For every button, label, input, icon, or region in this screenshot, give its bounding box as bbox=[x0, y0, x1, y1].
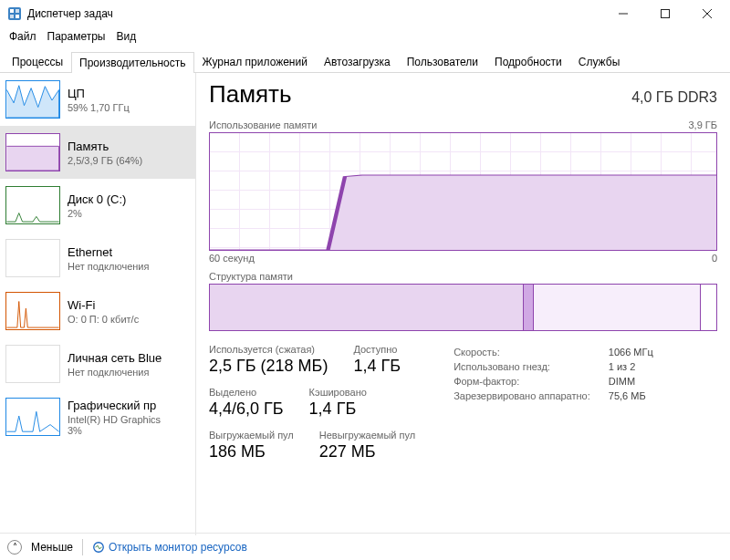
sidebar-item-0[interactable]: ЦП 59% 1,70 ГГц bbox=[0, 73, 195, 126]
inuse-label: Используется (сжатая) bbox=[209, 344, 328, 355]
paged-value: 186 МБ bbox=[209, 442, 294, 461]
menu-options[interactable]: Параметры bbox=[42, 28, 111, 45]
sidebar-item-title: Wi-Fi bbox=[68, 298, 139, 312]
composition-label: Структура памяти bbox=[209, 271, 717, 282]
resmon-icon bbox=[92, 541, 105, 554]
tab-processes[interactable]: Процессы bbox=[4, 51, 71, 72]
sidebar-item-2[interactable]: Диск 0 (C:) 2% bbox=[0, 179, 195, 232]
usage-max: 3,9 ГБ bbox=[688, 119, 717, 130]
tab-users[interactable]: Пользователи bbox=[399, 51, 486, 72]
tab-services[interactable]: Службы bbox=[570, 51, 628, 72]
sidebar-thumb bbox=[5, 292, 60, 330]
sidebar-thumb bbox=[5, 133, 60, 171]
chevron-up-icon[interactable]: ˄ bbox=[7, 540, 22, 555]
titlebar: Диспетчер задач bbox=[0, 0, 730, 27]
sidebar-item-sub: 2,5/3,9 ГБ (64%) bbox=[68, 155, 142, 166]
xaxis-left: 60 секунд bbox=[209, 253, 255, 264]
main-panel: Память 4,0 ГБ DDR3 Использование памяти … bbox=[196, 73, 730, 535]
nonpaged-label: Невыгружаемый пул bbox=[319, 430, 415, 441]
maximize-button[interactable] bbox=[644, 0, 686, 27]
sidebar-item-sub: О: 0 П: 0 кбит/с bbox=[68, 314, 139, 325]
memory-details: Скорость:1066 МГц Использовано гнезд:1 и… bbox=[452, 344, 655, 461]
sidebar: ЦП 59% 1,70 ГГц Память 2,5/3,9 ГБ (64%) … bbox=[0, 73, 196, 535]
open-resmon-link[interactable]: Открыть монитор ресурсов bbox=[92, 541, 247, 554]
sidebar-item-title: ЦП bbox=[68, 87, 130, 100]
svg-rect-6 bbox=[662, 10, 670, 18]
sidebar-item-title: Графический пр bbox=[68, 399, 161, 412]
sidebar-item-sub: Intel(R) HD Graphics3% bbox=[68, 414, 161, 436]
sidebar-item-title: Память bbox=[68, 140, 142, 153]
tab-performance[interactable]: Производительность bbox=[71, 52, 193, 73]
minimize-button[interactable] bbox=[602, 0, 644, 27]
xaxis-right: 0 bbox=[712, 253, 717, 264]
usage-label: Использование памяти bbox=[209, 119, 317, 130]
memory-composition-bar bbox=[209, 284, 717, 331]
sidebar-item-title: Личная сеть Blue bbox=[68, 351, 162, 365]
tab-apphistory[interactable]: Журнал приложений bbox=[194, 51, 316, 72]
sidebar-item-sub: Нет подключения bbox=[68, 261, 149, 272]
menu-file[interactable]: Файл bbox=[4, 28, 42, 45]
app-icon bbox=[7, 6, 22, 21]
nonpaged-value: 227 МБ bbox=[319, 442, 415, 461]
tab-details[interactable]: Подробности bbox=[486, 51, 570, 72]
memory-spec: 4,0 ГБ DDR3 bbox=[631, 89, 717, 106]
sidebar-item-sub: 2% bbox=[68, 208, 126, 219]
sidebar-item-6[interactable]: Графический пр Intel(R) HD Graphics3% bbox=[0, 390, 195, 443]
sidebar-item-4[interactable]: Wi-Fi О: 0 П: 0 кбит/с bbox=[0, 285, 195, 337]
svg-rect-1 bbox=[10, 9, 14, 13]
inuse-value: 2,5 ГБ (218 МБ) bbox=[209, 357, 328, 376]
menu-view[interactable]: Вид bbox=[110, 28, 141, 45]
sidebar-item-title: Диск 0 (C:) bbox=[68, 192, 126, 206]
commit-label: Выделено bbox=[209, 387, 284, 398]
commit-value: 4,4/6,0 ГБ bbox=[209, 399, 284, 419]
page-title: Память bbox=[209, 80, 292, 109]
svg-rect-2 bbox=[16, 9, 19, 13]
menubar: Файл Параметры Вид bbox=[0, 27, 730, 46]
sidebar-item-1[interactable]: Память 2,5/3,9 ГБ (64%) bbox=[0, 126, 195, 179]
sidebar-thumb bbox=[5, 345, 60, 383]
sidebar-thumb bbox=[5, 239, 60, 277]
cached-value: 1,4 ГБ bbox=[309, 399, 367, 419]
cached-label: Кэшировано bbox=[309, 387, 367, 398]
avail-label: Доступно bbox=[353, 344, 401, 355]
close-button[interactable] bbox=[686, 0, 728, 27]
sidebar-item-sub: Нет подключения bbox=[68, 367, 162, 378]
svg-rect-3 bbox=[10, 15, 14, 18]
sidebar-thumb bbox=[5, 186, 60, 224]
svg-rect-4 bbox=[16, 15, 19, 18]
window-title: Диспетчер задач bbox=[27, 7, 602, 20]
paged-label: Выгружаемый пул bbox=[209, 430, 294, 441]
sidebar-item-3[interactable]: Ethernet Нет подключения bbox=[0, 232, 195, 285]
separator bbox=[82, 539, 83, 555]
fewer-details-button[interactable]: Меньше bbox=[31, 541, 73, 554]
sidebar-item-title: Ethernet bbox=[68, 245, 149, 259]
tabs: Процессы Производительность Журнал прило… bbox=[0, 46, 730, 73]
sidebar-thumb bbox=[5, 80, 60, 119]
tab-startup[interactable]: Автозагрузка bbox=[316, 51, 399, 72]
avail-value: 1,4 ГБ bbox=[353, 357, 401, 376]
footer: ˄ Меньше Открыть монитор ресурсов bbox=[0, 533, 730, 560]
sidebar-thumb bbox=[5, 398, 60, 436]
sidebar-item-5[interactable]: Личная сеть Blue Нет подключения bbox=[0, 337, 195, 390]
sidebar-item-sub: 59% 1,70 ГГц bbox=[68, 102, 130, 113]
memory-usage-chart bbox=[209, 132, 717, 251]
